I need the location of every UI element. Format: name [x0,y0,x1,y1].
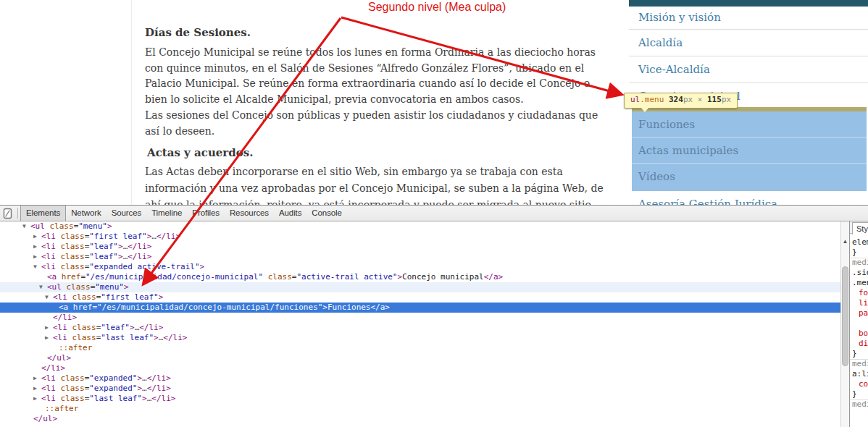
menu-item-mision-y-vision[interactable]: Misión y visión [629,7,868,30]
collapse-arrow-icon[interactable]: ▶ [33,242,41,252]
tab-audits[interactable]: Audits [274,206,306,221]
section-heading-dias-de-sesiones: Días de Sesiones. [145,26,251,39]
styles-rules: elem}medi.sid.menfolipabodi}media:lico}m… [850,234,868,410]
devtools-tabs: ElementsNetworkSourcesTimelineProfilesRe… [20,206,347,221]
devtools-panel: ElementsNetworkSourcesTimelineProfilesRe… [0,205,868,427]
style-line: } [850,389,868,399]
tree-row[interactable]: ▶<li class="expanded">…</li> [0,384,840,394]
style-line: li [850,298,868,308]
tab-timeline[interactable]: Timeline [146,206,187,221]
tree-row[interactable]: ::after [0,343,840,353]
tab-sources[interactable]: Sources [107,206,147,221]
menu-item-asesoria-gestion-juridica[interactable]: Asesoría Gestión Jurídica [638,195,777,205]
tab-profiles[interactable]: Profiles [187,206,225,221]
toolbar-divider [17,208,18,219]
tooltip-tag: ul [630,95,640,104]
devtools-toolbar: ElementsNetworkSourcesTimelineProfilesRe… [0,206,868,221]
collapse-arrow-icon[interactable]: ▶ [45,323,53,333]
submenu-item-videos[interactable]: Vídeos [632,164,867,191]
style-line: } [850,248,868,258]
tab-elements[interactable]: Elements [20,206,66,221]
expand-arrow-icon[interactable]: ▼ [22,221,30,232]
tree-row[interactable]: ▼<ul class="menu"> [0,282,840,292]
tab-network[interactable]: Network [66,206,106,221]
scrollbar-thumb[interactable] [842,266,848,366]
style-line: medi [850,399,868,410]
tree-row[interactable]: ▶<li class="last leaf">…</li> [0,394,840,404]
paragraph-sesiones-2: Las sesiones del Concejo son públicas y … [145,108,604,139]
tab-console[interactable]: Console [306,206,347,221]
tree-row[interactable]: ▼<li class="expanded active-trail"> [0,262,840,272]
style-line: fo [850,288,868,298]
expand-arrow-icon[interactable]: ▼ [33,262,41,272]
style-line: di [850,339,868,349]
webpage-viewport: Segundo nivel (Mea culpa) Días de Sesion… [0,0,868,205]
menu-item-alcaldia[interactable]: Alcaldía [629,30,868,56]
style-line: medi [850,359,868,369]
expand-arrow-icon[interactable]: ▼ [45,292,53,303]
content-left-divider [131,0,132,205]
style-line: medi [850,258,868,268]
paragraph-actas: Las Actas deben incorporarse en el sitio… [145,164,604,205]
tooltip-width: 324 [669,95,683,104]
menu-item-vice-alcaldia[interactable]: Vice-Alcaldía [629,56,868,83]
tree-row[interactable]: </ul> [0,414,840,424]
tree-row[interactable]: ▼<li class="first leaf"> [0,292,840,303]
tree-row[interactable]: ::after [0,404,840,414]
elements-scrollbar[interactable]: ▲ [840,221,849,427]
section-heading-actas-y-acuerdos: Actas y acuerdos. [145,146,253,159]
tooltip-class: .menu [640,95,664,104]
tree-row[interactable]: <a href="/es/municipalidad/concejo-munic… [0,303,840,313]
style-line: } [850,349,868,359]
style-line: elem [850,237,868,248]
tree-row[interactable]: ▶<li class="expanded">…</li> [0,373,840,384]
styles-sidebar: Sty elem}medi.sid.menfolipabodi}media:li… [849,221,868,427]
tree-row[interactable]: ▶<li class="last leaf">…</li> [0,333,840,343]
tooltip-times: × [693,95,707,104]
elements-tree: ▼<ul class="menu">▶<li class="first leaf… [0,221,840,427]
scrollbar-up-arrow-icon[interactable]: ▲ [841,238,849,245]
menu-header-bar [629,0,868,7]
collapse-arrow-icon[interactable]: ▶ [45,333,53,343]
tab-styles[interactable]: Sty [852,222,868,234]
annotation-label: Segundo nivel (Mea culpa) [368,1,506,14]
tree-row[interactable]: ▶<li class="leaf">…</li> [0,252,840,262]
paragraph-sesiones-1: El Concejo Municipal se reúne todos los … [145,45,604,107]
style-line: co [850,379,868,389]
dock-window-icon[interactable] [3,208,13,223]
collapse-arrow-icon[interactable]: ▶ [33,252,41,262]
submenu-item-funciones[interactable]: Funciones [632,111,867,138]
tree-row[interactable]: ▶<li class="leaf">…</li> [0,242,840,252]
collapse-arrow-icon[interactable]: ▶ [33,232,41,242]
submenu-item-actas-municipales[interactable]: Actas municipales [632,138,867,164]
style-line: bo [850,329,868,339]
style-line: .men [850,278,868,288]
tree-row[interactable]: </li> [0,313,840,323]
inspect-highlight-overlay: Funciones Actas municipales Vídeos [632,111,867,191]
screenshot-root: Segundo nivel (Mea culpa) Días de Sesion… [0,0,868,427]
style-line: .sid [850,268,868,278]
tooltip-height: 115 [707,95,722,104]
tab-resources[interactable]: Resources [225,206,274,221]
expand-arrow-icon[interactable]: ▼ [39,282,47,292]
tree-row[interactable]: </li> [0,363,840,373]
tree-row[interactable]: ▶<li class="leaf">…</li> [0,323,840,333]
tree-row[interactable]: </ul> [0,353,840,363]
style-line: pa [850,308,868,318]
inspect-tooltip: ul.menu 324px × 115px [624,93,738,109]
style-line: a:li [850,369,868,379]
styles-toolbar: Sty [850,221,868,234]
collapse-arrow-icon[interactable]: ▶ [33,394,41,404]
collapse-arrow-icon[interactable]: ▶ [33,384,41,394]
collapse-arrow-icon[interactable]: ▶ [33,373,41,384]
tree-row[interactable]: ▼<ul class="menu"> [0,221,840,232]
tree-row[interactable]: ▶<li class="first leaf">…</li> [0,232,840,242]
style-line [850,318,868,329]
tree-row[interactable]: <a href="/es/municipalidad/concejo-munic… [0,272,840,282]
